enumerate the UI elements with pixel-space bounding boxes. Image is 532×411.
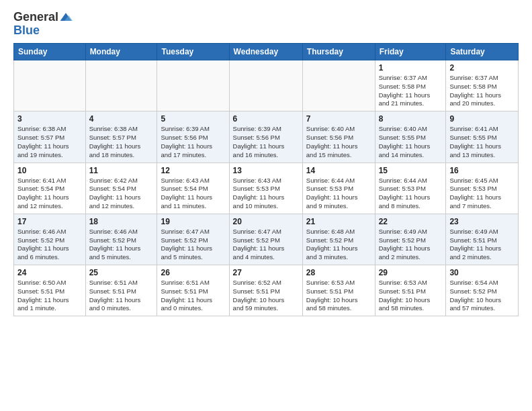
day-number: 1 — [379, 63, 443, 73]
calendar-cell: 18Sunrise: 6:46 AMSunset: 5:52 PMDayligh… — [85, 214, 157, 265]
calendar-cell: 24Sunrise: 6:50 AMSunset: 5:51 PMDayligh… — [14, 265, 86, 316]
day-number: 16 — [449, 166, 515, 175]
day-info: Sunrise: 6:46 AMSunset: 5:52 PMDaylight:… — [89, 228, 154, 262]
calendar-cell: 13Sunrise: 6:43 AMSunset: 5:53 PMDayligh… — [229, 163, 302, 214]
week-row-1: 3Sunrise: 6:38 AMSunset: 5:57 PMDaylight… — [14, 111, 519, 163]
calendar-cell: 22Sunrise: 6:49 AMSunset: 5:52 PMDayligh… — [375, 214, 446, 265]
day-number: 7 — [306, 114, 371, 124]
calendar-cell: 2Sunrise: 6:37 AMSunset: 5:58 PMDaylight… — [446, 60, 519, 111]
day-info: Sunrise: 6:50 AMSunset: 5:51 PMDaylight:… — [17, 279, 82, 313]
calendar-cell: 14Sunrise: 6:44 AMSunset: 5:53 PMDayligh… — [302, 163, 375, 214]
calendar-cell: 3Sunrise: 6:38 AMSunset: 5:57 PMDaylight… — [14, 111, 86, 163]
day-number: 9 — [449, 114, 515, 124]
calendar-cell: 4Sunrise: 6:38 AMSunset: 5:57 PMDaylight… — [85, 111, 157, 163]
day-number: 21 — [306, 217, 371, 226]
weekday-header-tuesday: Tuesday — [157, 44, 229, 60]
day-number: 26 — [161, 268, 225, 277]
weekday-header-sunday: Sunday — [14, 44, 86, 60]
day-number: 6 — [233, 114, 299, 124]
day-info: Sunrise: 6:43 AMSunset: 5:54 PMDaylight:… — [161, 177, 225, 211]
day-info: Sunrise: 6:43 AMSunset: 5:53 PMDaylight:… — [233, 177, 299, 211]
weekday-header-thursday: Thursday — [302, 44, 375, 60]
day-info: Sunrise: 6:49 AMSunset: 5:51 PMDaylight:… — [449, 228, 515, 262]
day-info: Sunrise: 6:39 AMSunset: 5:56 PMDaylight:… — [233, 125, 299, 159]
day-info: Sunrise: 6:41 AMSunset: 5:54 PMDaylight:… — [17, 177, 82, 211]
calendar-cell: 27Sunrise: 6:52 AMSunset: 5:51 PMDayligh… — [229, 265, 302, 316]
day-number: 27 — [233, 268, 299, 277]
weekday-header-row: SundayMondayTuesdayWednesdayThursdayFrid… — [14, 44, 519, 60]
day-info: Sunrise: 6:49 AMSunset: 5:52 PMDaylight:… — [379, 228, 443, 262]
logo-general: General — [13, 10, 58, 24]
weekday-header-friday: Friday — [375, 44, 446, 60]
weekday-header-wednesday: Wednesday — [229, 44, 302, 60]
calendar-cell — [85, 60, 157, 111]
day-number: 11 — [89, 166, 154, 175]
day-number: 2 — [449, 63, 515, 73]
day-number: 15 — [379, 166, 443, 175]
day-number: 24 — [17, 268, 82, 277]
calendar-cell: 29Sunrise: 6:53 AMSunset: 5:51 PMDayligh… — [375, 265, 446, 316]
week-row-4: 24Sunrise: 6:50 AMSunset: 5:51 PMDayligh… — [14, 265, 519, 316]
calendar-cell: 6Sunrise: 6:39 AMSunset: 5:56 PMDaylight… — [229, 111, 302, 163]
calendar-cell: 5Sunrise: 6:39 AMSunset: 5:56 PMDaylight… — [157, 111, 229, 163]
calendar-table: SundayMondayTuesdayWednesdayThursdayFrid… — [13, 43, 519, 316]
day-number: 8 — [379, 114, 443, 124]
day-number: 12 — [161, 166, 225, 175]
logo-blue: Blue — [13, 24, 40, 37]
calendar-cell — [14, 60, 86, 111]
day-number: 5 — [161, 114, 225, 124]
calendar-cell: 28Sunrise: 6:53 AMSunset: 5:51 PMDayligh… — [302, 265, 375, 316]
calendar-cell: 21Sunrise: 6:48 AMSunset: 5:52 PMDayligh… — [302, 214, 375, 265]
weekday-header-monday: Monday — [85, 44, 157, 60]
calendar-cell — [157, 60, 229, 111]
calendar-cell: 1Sunrise: 6:37 AMSunset: 5:58 PMDaylight… — [375, 60, 446, 111]
calendar-cell: 25Sunrise: 6:51 AMSunset: 5:51 PMDayligh… — [85, 265, 157, 316]
day-info: Sunrise: 6:53 AMSunset: 5:51 PMDaylight:… — [306, 279, 371, 313]
day-number: 30 — [449, 268, 515, 277]
day-number: 4 — [89, 114, 154, 124]
calendar-cell: 20Sunrise: 6:47 AMSunset: 5:52 PMDayligh… — [229, 214, 302, 265]
calendar-cell: 9Sunrise: 6:41 AMSunset: 5:55 PMDaylight… — [446, 111, 519, 163]
day-info: Sunrise: 6:37 AMSunset: 5:58 PMDaylight:… — [379, 74, 443, 108]
day-info: Sunrise: 6:41 AMSunset: 5:55 PMDaylight:… — [449, 125, 515, 159]
day-number: 25 — [89, 268, 154, 277]
calendar-cell: 16Sunrise: 6:45 AMSunset: 5:53 PMDayligh… — [446, 163, 519, 214]
day-info: Sunrise: 6:40 AMSunset: 5:56 PMDaylight:… — [306, 125, 371, 159]
day-number: 13 — [233, 166, 299, 175]
day-info: Sunrise: 6:39 AMSunset: 5:56 PMDaylight:… — [161, 125, 225, 159]
day-number: 10 — [17, 166, 82, 175]
day-info: Sunrise: 6:46 AMSunset: 5:52 PMDaylight:… — [17, 228, 82, 262]
day-info: Sunrise: 6:52 AMSunset: 5:51 PMDaylight:… — [233, 279, 299, 313]
day-info: Sunrise: 6:38 AMSunset: 5:57 PMDaylight:… — [89, 125, 154, 159]
week-row-0: 1Sunrise: 6:37 AMSunset: 5:58 PMDaylight… — [14, 60, 519, 111]
day-number: 28 — [306, 268, 371, 277]
calendar-cell: 23Sunrise: 6:49 AMSunset: 5:51 PMDayligh… — [446, 214, 519, 265]
day-info: Sunrise: 6:51 AMSunset: 5:51 PMDaylight:… — [161, 279, 225, 313]
calendar-cell: 26Sunrise: 6:51 AMSunset: 5:51 PMDayligh… — [157, 265, 229, 316]
day-info: Sunrise: 6:45 AMSunset: 5:53 PMDaylight:… — [449, 177, 515, 211]
day-info: Sunrise: 6:51 AMSunset: 5:51 PMDaylight:… — [89, 279, 154, 313]
logo: General Blue — [13, 11, 73, 38]
calendar-cell — [302, 60, 375, 111]
day-number: 14 — [306, 166, 371, 175]
calendar-cell: 11Sunrise: 6:42 AMSunset: 5:54 PMDayligh… — [85, 163, 157, 214]
calendar-cell: 15Sunrise: 6:44 AMSunset: 5:53 PMDayligh… — [375, 163, 446, 214]
day-info: Sunrise: 6:42 AMSunset: 5:54 PMDaylight:… — [89, 177, 154, 211]
page-header: General Blue — [13, 11, 519, 38]
day-info: Sunrise: 6:47 AMSunset: 5:52 PMDaylight:… — [233, 228, 299, 262]
day-info: Sunrise: 6:47 AMSunset: 5:52 PMDaylight:… — [161, 228, 225, 262]
day-number: 18 — [89, 217, 154, 226]
calendar-cell: 17Sunrise: 6:46 AMSunset: 5:52 PMDayligh… — [14, 214, 86, 265]
day-number: 29 — [379, 268, 443, 277]
day-info: Sunrise: 6:53 AMSunset: 5:51 PMDaylight:… — [379, 279, 443, 313]
calendar-cell: 8Sunrise: 6:40 AMSunset: 5:55 PMDaylight… — [375, 111, 446, 163]
day-number: 17 — [17, 217, 82, 226]
day-info: Sunrise: 6:54 AMSunset: 5:52 PMDaylight:… — [449, 279, 515, 313]
calendar-page: General Blue SundayMondayTuesdayWednesda… — [0, 0, 532, 327]
calendar-cell: 30Sunrise: 6:54 AMSunset: 5:52 PMDayligh… — [446, 265, 519, 316]
day-info: Sunrise: 6:48 AMSunset: 5:52 PMDaylight:… — [306, 228, 371, 262]
calendar-cell: 19Sunrise: 6:47 AMSunset: 5:52 PMDayligh… — [157, 214, 229, 265]
day-number: 23 — [449, 217, 515, 226]
day-info: Sunrise: 6:38 AMSunset: 5:57 PMDaylight:… — [17, 125, 82, 159]
day-number: 19 — [161, 217, 225, 226]
